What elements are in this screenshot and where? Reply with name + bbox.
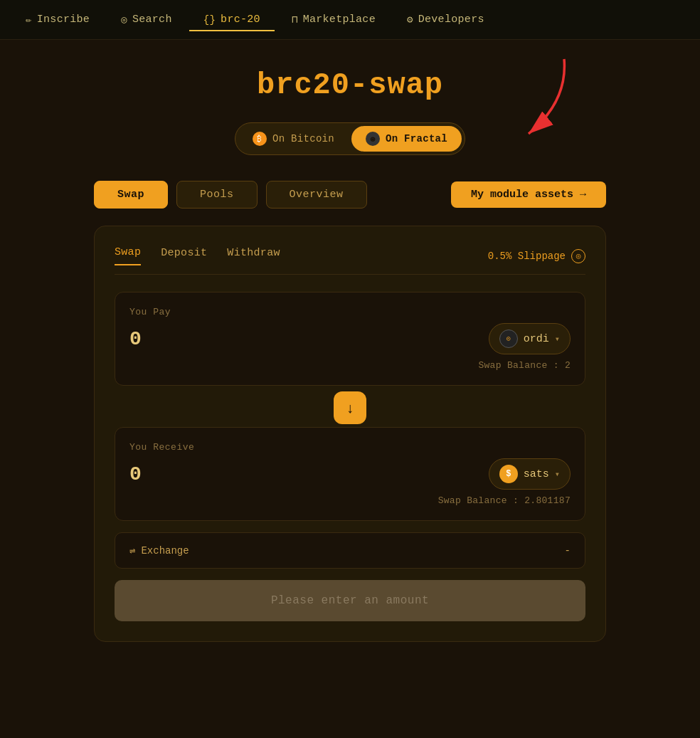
- you-pay-box: You Pay ⊙ ordi ▾ Swap Balance : 2: [115, 292, 585, 386]
- receive-amount-input[interactable]: [129, 463, 272, 485]
- my-module-assets-button[interactable]: My module assets →: [451, 181, 606, 208]
- pay-token-chevron-icon: ▾: [555, 334, 560, 344]
- pay-amount-input[interactable]: [129, 328, 272, 350]
- my-module-label: My module assets →: [471, 189, 586, 201]
- bitcoin-toggle-label: On Bitcoin: [272, 133, 334, 144]
- swap-card: Swap Deposit Withdraw 0.5% Slippage ◎ Yo…: [94, 226, 606, 642]
- arrow-indicator: [465, 52, 578, 148]
- inner-tab-swap[interactable]: Swap: [115, 246, 141, 265]
- nav-item-inscribe[interactable]: ✏ Inscribe: [11, 8, 104, 31]
- submit-button[interactable]: Please enter an amount: [115, 580, 585, 621]
- inner-tab-withdraw[interactable]: Withdraw: [227, 247, 280, 265]
- subtab-swap[interactable]: Swap: [94, 181, 168, 209]
- search-icon: ◎: [121, 14, 127, 26]
- receive-balance: Swap Balance : 2.801187: [129, 495, 571, 506]
- gear-icon: ⚙: [407, 14, 413, 26]
- down-arrow-icon: ↓: [346, 400, 354, 416]
- slippage-area: 0.5% Slippage ◎: [488, 249, 585, 263]
- navigation: ✏ Inscribe ◎ Search {} brc-20 ⊓ Marketpl…: [0, 0, 700, 40]
- slippage-text: 0.5% Slippage: [488, 251, 566, 262]
- fractal-icon: ⊛: [366, 132, 380, 146]
- nav-label-search: Search: [132, 14, 172, 26]
- exchange-row: ⇌ Exchange -: [115, 532, 585, 569]
- nav-label-developers: Developers: [418, 14, 484, 26]
- nav-label-brc20: brc-20: [221, 14, 260, 26]
- inner-tab-deposit[interactable]: Deposit: [161, 247, 207, 265]
- nav-item-developers[interactable]: ⚙ Developers: [393, 8, 499, 31]
- inner-tabs: Swap Deposit Withdraw 0.5% Slippage ◎: [115, 246, 585, 275]
- exchange-arrows-icon: ⇌: [129, 544, 135, 557]
- receive-token-chevron-icon: ▾: [555, 469, 560, 480]
- subtabs-left: Swap Pools Overview: [94, 181, 367, 209]
- exchange-label: Exchange: [141, 545, 189, 557]
- pencil-icon: ✏: [26, 14, 32, 26]
- subtabs-row: Swap Pools Overview My module assets →: [94, 181, 606, 209]
- fractal-toggle-btn[interactable]: ⊛ On Fractal: [351, 126, 462, 152]
- nav-item-search[interactable]: ◎ Search: [107, 8, 186, 31]
- receive-token-selector[interactable]: $ sats ▾: [489, 458, 571, 490]
- exchange-left: ⇌ Exchange: [129, 544, 189, 557]
- swap-direction-button[interactable]: ↓: [334, 391, 366, 424]
- pay-token-label: ordi: [524, 333, 549, 345]
- you-receive-box: You Receive $ sats ▾ Swap Balance : 2.80…: [115, 427, 585, 521]
- receive-token-label: sats: [524, 468, 549, 480]
- nav-item-marketplace[interactable]: ⊓ Marketplace: [277, 8, 390, 31]
- nav-item-brc20[interactable]: {} brc-20: [189, 8, 275, 31]
- page-title: brc20-swap: [257, 68, 443, 102]
- you-receive-label: You Receive: [129, 442, 571, 453]
- bitcoin-icon: ₿: [253, 132, 267, 146]
- nav-label-marketplace: Marketplace: [303, 14, 376, 26]
- you-pay-label: You Pay: [129, 307, 571, 317]
- main-content: brc20-swap ₿ On Bitcoin ⊛ On Fractal: [0, 40, 700, 670]
- sats-icon: $: [499, 465, 518, 483]
- subtab-pools[interactable]: Pools: [176, 181, 258, 209]
- swap-direction-wrap: ↓: [115, 391, 585, 424]
- fractal-toggle-label: On Fractal: [386, 133, 447, 144]
- subtab-overview[interactable]: Overview: [266, 181, 367, 209]
- nav-label-inscribe: Inscribe: [37, 14, 90, 26]
- marketplace-icon: ⊓: [292, 14, 298, 26]
- ordi-icon: ⊙: [499, 330, 518, 348]
- pay-token-selector[interactable]: ⊙ ordi ▾: [489, 323, 571, 354]
- bitcoin-toggle-btn[interactable]: ₿ On Bitcoin: [238, 126, 349, 152]
- pay-balance: Swap Balance : 2: [129, 360, 571, 371]
- brc20-icon: {}: [203, 14, 216, 26]
- slippage-settings-icon[interactable]: ◎: [571, 249, 585, 263]
- exchange-value: -: [565, 545, 571, 557]
- receive-input-row: $ sats ▾: [129, 458, 571, 490]
- pay-input-row: ⊙ ordi ▾: [129, 323, 571, 354]
- network-toggle: ₿ On Bitcoin ⊛ On Fractal: [235, 122, 465, 155]
